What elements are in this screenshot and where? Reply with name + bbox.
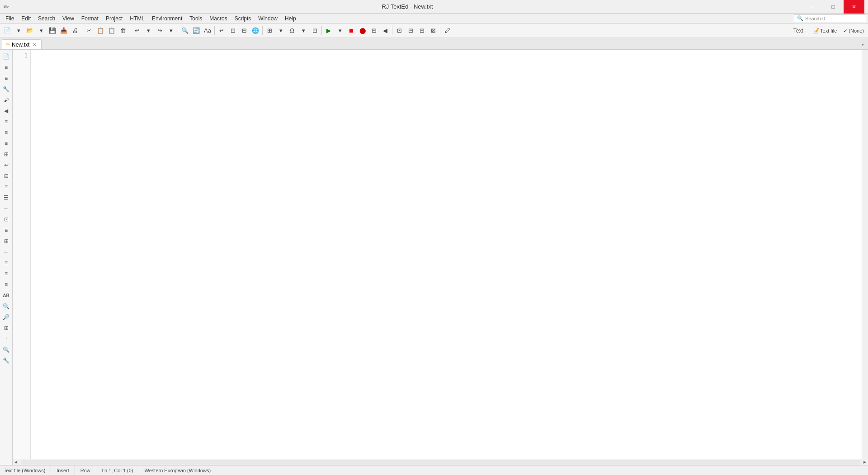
menu-environment[interactable]: Environment: [148, 14, 186, 23]
menu-tools[interactable]: Tools: [186, 14, 206, 23]
sidebar-table-icon[interactable]: ⊞: [1, 236, 11, 246]
document-tab[interactable]: ✏ New.txt ✕: [2, 39, 42, 49]
print-button[interactable]: 🖨: [70, 25, 80, 36]
replace-button[interactable]: 🔄: [191, 25, 202, 36]
wrap2-button[interactable]: ⊡: [227, 25, 238, 36]
find-button[interactable]: 🔍: [179, 25, 190, 36]
menu-format[interactable]: Format: [78, 14, 102, 23]
sidebar-box-icon[interactable]: ⊡: [1, 214, 11, 224]
redo-dropdown[interactable]: ▾: [165, 25, 176, 36]
char2-button[interactable]: Ω: [287, 25, 297, 36]
open-dropdown[interactable]: ▾: [36, 25, 47, 36]
menu-edit[interactable]: Edit: [18, 14, 34, 23]
paste-button[interactable]: 📋: [106, 25, 117, 36]
horizontal-scrollbar[interactable]: ◀ ▶: [13, 459, 868, 465]
bookmark-button[interactable]: ⊟: [368, 25, 379, 36]
wrap-button[interactable]: ↵: [216, 25, 227, 36]
sidebar-ab-icon[interactable]: AB: [1, 290, 11, 300]
run-button[interactable]: ▶: [323, 25, 334, 36]
vertical-scrollbar[interactable]: [862, 50, 868, 459]
sidebar-cursor-icon[interactable]: ◀: [1, 106, 11, 116]
debug-button[interactable]: ⬤: [357, 25, 368, 36]
sidebar-zoom-icon[interactable]: 🔎: [1, 312, 11, 322]
sidebar-new-icon[interactable]: 📄: [1, 52, 11, 62]
sidebar-paint-icon[interactable]: 🖌: [1, 95, 11, 105]
char2-dropdown[interactable]: ▾: [298, 25, 309, 36]
sidebar-search-icon[interactable]: 🔍: [1, 301, 11, 311]
tab-scroll-button[interactable]: ▾: [859, 39, 866, 49]
scrollbar-track[interactable]: [21, 460, 860, 465]
sidebar-para-icon[interactable]: ≡: [1, 225, 11, 235]
sidebar-grid-icon[interactable]: ⊞: [1, 149, 11, 159]
cut-button[interactable]: ✂: [84, 25, 94, 36]
open-file-button[interactable]: 📂: [24, 25, 35, 36]
sidebar-merge-icon[interactable]: ≡: [1, 280, 11, 290]
close-button[interactable]: ✕: [844, 0, 864, 14]
sidebar-indent-icon[interactable]: ≡: [1, 62, 11, 72]
sidebar-outdent-icon[interactable]: ≡: [1, 73, 11, 83]
sidebar-arrow-icon[interactable]: ↔: [1, 204, 11, 214]
find-case-button[interactable]: Aa: [202, 25, 213, 36]
copy-button[interactable]: 📋: [95, 25, 106, 36]
menu-search[interactable]: Search: [34, 14, 59, 23]
redo-button[interactable]: ↪: [154, 25, 165, 36]
menu-html[interactable]: HTML: [126, 14, 148, 23]
editor-container: 1 ◀ ▶: [13, 50, 868, 465]
columns-button[interactable]: ⊟: [239, 25, 250, 36]
char-map-button[interactable]: ⊞: [264, 25, 275, 36]
sidebar-settings-icon[interactable]: 🔧: [1, 356, 11, 366]
menu-macros[interactable]: Macros: [206, 14, 231, 23]
sidebar-list1-icon[interactable]: ≡: [1, 117, 11, 127]
menu-search-box[interactable]: 🔍 Search 0: [794, 14, 866, 23]
sidebar-wrap-icon[interactable]: ↩: [1, 160, 11, 170]
save-button[interactable]: 💾: [47, 25, 58, 36]
sidebar-minus-icon[interactable]: ⊟: [1, 171, 11, 181]
sidebar-format-icon[interactable]: 🔧: [1, 84, 11, 94]
tab-close-button[interactable]: ✕: [31, 42, 38, 48]
layout1-button[interactable]: ⊡: [394, 25, 405, 36]
menu-bar: File Edit Search View Format Project HTM…: [0, 14, 868, 24]
undo-button[interactable]: ↩: [132, 25, 142, 36]
minimize-button[interactable]: ─: [802, 0, 823, 14]
char-map-dropdown[interactable]: ▾: [275, 25, 286, 36]
browser-button[interactable]: 🌐: [250, 25, 261, 36]
menu-project[interactable]: Project: [102, 14, 126, 23]
menu-help[interactable]: Help: [281, 14, 300, 23]
sidebar-find-icon[interactable]: 🔍: [1, 345, 11, 355]
sidebar-up-icon[interactable]: ↑: [1, 334, 11, 344]
line-numbers: 1: [13, 50, 31, 459]
save-as-button[interactable]: 📥: [58, 25, 69, 36]
text-file-label: Text file: [820, 28, 837, 33]
delete-button[interactable]: 🗑: [118, 25, 128, 36]
undo-dropdown[interactable]: ▾: [143, 25, 154, 36]
clip-button[interactable]: ⊡: [309, 25, 320, 36]
text-file-button[interactable]: 📝 Text file: [810, 26, 839, 35]
highlight-button[interactable]: 🖊: [442, 25, 453, 36]
editor-textarea[interactable]: [31, 50, 862, 459]
sidebar-plus-icon[interactable]: ⊞: [1, 323, 11, 333]
syntax-button[interactable]: ✓ (None): [841, 26, 866, 35]
sidebar: 📄 ≡ ≡ 🔧 🖌 ◀ ≡ ≡ ≡ ⊞ ↩ ⊟ ≡ ☰ ↔ ⊡ ≡ ⊞ ↔ ≡ …: [0, 50, 13, 465]
maximize-button[interactable]: □: [823, 0, 844, 14]
sidebar-align-icon[interactable]: ≡: [1, 182, 11, 192]
sidebar-list3-icon[interactable]: ≡: [1, 138, 11, 148]
scroll-right-button[interactable]: ▶: [862, 459, 868, 466]
sidebar-list2-icon[interactable]: ≡: [1, 128, 11, 138]
new-file-dropdown[interactable]: ▾: [13, 25, 24, 36]
sidebar-rows-icon[interactable]: ≡: [1, 269, 11, 279]
scroll-left-button[interactable]: ◀: [13, 459, 19, 466]
layout3-button[interactable]: ⊞: [416, 25, 427, 36]
layout2-button[interactable]: ⊟: [405, 25, 416, 36]
layout4-button[interactable]: ⊠: [428, 25, 439, 36]
menu-view[interactable]: View: [59, 14, 78, 23]
sidebar-cols-icon[interactable]: ≡: [1, 258, 11, 268]
new-file-button[interactable]: 📄: [2, 25, 13, 36]
sidebar-lines-icon[interactable]: ☰: [1, 193, 11, 203]
menu-window[interactable]: Window: [255, 14, 281, 23]
run-dropdown[interactable]: ▾: [335, 25, 345, 36]
sidebar-split-icon[interactable]: ↔: [1, 247, 11, 257]
menu-scripts[interactable]: Scripts: [231, 14, 255, 23]
stop-button[interactable]: ⏹: [346, 25, 357, 36]
menu-file[interactable]: File: [2, 14, 18, 23]
prev-button[interactable]: ◀: [380, 25, 391, 36]
